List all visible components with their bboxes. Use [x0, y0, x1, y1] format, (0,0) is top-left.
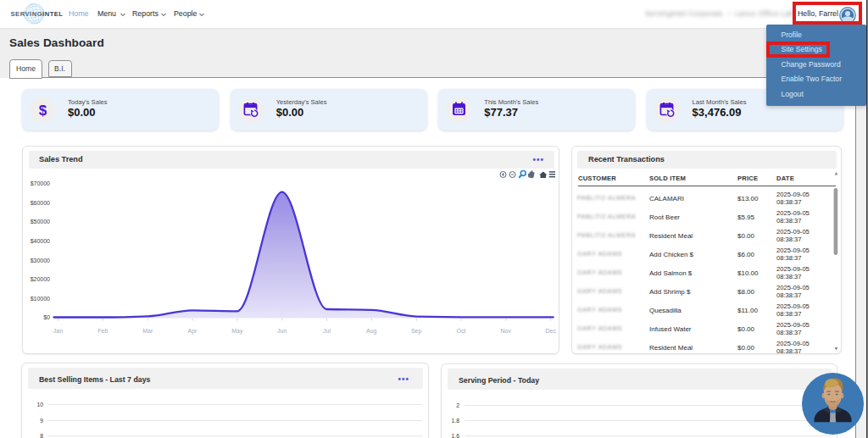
- svg-text:Dec: Dec: [545, 328, 556, 334]
- svg-text:Aug: Aug: [366, 328, 377, 335]
- svg-text:May: May: [231, 328, 243, 335]
- svg-text:$0: $0: [43, 314, 50, 320]
- svg-text:Jan: Jan: [53, 328, 63, 334]
- svg-text:Feb: Feb: [97, 328, 108, 334]
- svg-text:$30000: $30000: [31, 258, 50, 263]
- svg-text:Jul: Jul: [323, 328, 331, 334]
- svg-text:$60000: $60000: [31, 200, 50, 206]
- svg-text:Jun: Jun: [277, 328, 287, 334]
- svg-text:Sep: Sep: [411, 328, 422, 335]
- svg-text:$: $: [38, 102, 47, 118]
- svg-text:Oct: Oct: [457, 328, 466, 334]
- svg-text:$40000: $40000: [31, 238, 50, 244]
- svg-text:Mar: Mar: [142, 328, 153, 334]
- svg-text:SERVINGINTEL: SERVINGINTEL: [11, 10, 64, 18]
- svg-text:$20000: $20000: [31, 276, 50, 282]
- svg-text:Nov: Nov: [501, 328, 512, 334]
- svg-text:$70000: $70000: [31, 180, 50, 186]
- svg-text:Apr: Apr: [188, 328, 198, 335]
- svg-text:$10000: $10000: [31, 296, 50, 302]
- svg-text:$50000: $50000: [31, 219, 50, 225]
